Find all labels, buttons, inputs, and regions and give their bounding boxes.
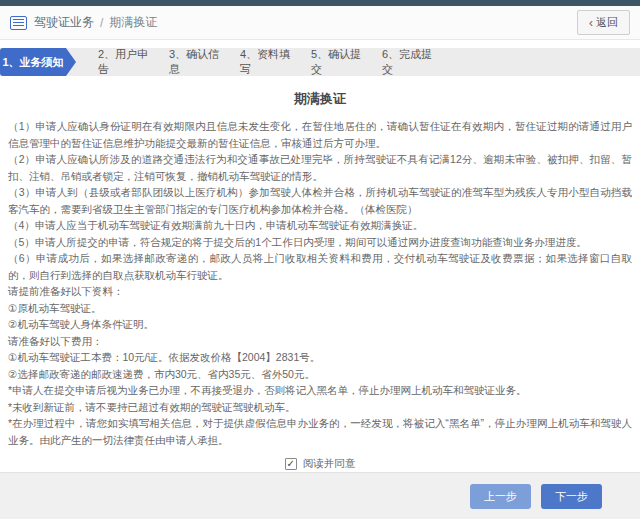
menu-list-icon (10, 16, 27, 30)
notice-paragraph: ①机动车驾驶证工本费：10元/证。依据发改价格【2004】2831号。 (8, 349, 632, 366)
breadcrumb-section: 驾驶证业务 (34, 14, 94, 31)
breadcrumb-page: 期满换证 (109, 14, 157, 31)
notice-paragraph: *未收到新证前，请不要持已超过有效期的驾驶证驾驶机动车。 (8, 399, 632, 416)
page-header: 驾驶证业务 / 期满换证 ‹ 返回 (0, 6, 640, 40)
step-5-confirm-submit: 5、确认提交 (297, 48, 368, 76)
notice-paragraph: （4）申请人应当于机动车驾驶证有效期满前九十日内，申请机动车驾驶证有效期满换证。 (8, 217, 632, 234)
notice-paragraph: （6）申请成功后，如果选择邮政寄递的，邮政人员将上门收取相关资料和费用，交付机动… (8, 250, 632, 283)
notice-paragraph: ②机动车驾驶人身体条件证明。 (8, 316, 632, 333)
step-label: 1、业务须知 (2, 55, 63, 70)
breadcrumb: 驾驶证业务 / 期满换证 (34, 14, 157, 31)
page-title: 期满换证 (8, 90, 632, 108)
notice-paragraph: ②选择邮政寄递的邮政速递费，市内30元、省内35元、省外50元。 (8, 366, 632, 383)
check-icon: ✓ (287, 459, 295, 469)
step-4-fill-data: 4、资料填写 (226, 48, 297, 76)
notice-paragraph: （2）申请人应确认所涉及的道路交通违法行为和交通事故已处理完毕，所持驾驶证不具有… (8, 151, 632, 184)
back-arrow-icon: ‹ (589, 17, 593, 29)
notice-paragraph: ①原机动车驾驶证。 (8, 300, 632, 317)
agree-label: 阅读并同意 (303, 457, 356, 471)
wizard-step-bar: 1、业务须知 2、用户申告 3、确认信息 4、资料填写 5、确认提交 6、完成提… (0, 48, 640, 76)
wizard-footer: 上一步 下一步 (0, 472, 640, 519)
back-button-label: 返回 (596, 15, 618, 30)
step-1-business-notice: 1、业务须知 (0, 48, 66, 76)
step-label: 3、确认信息 (169, 47, 226, 77)
notice-paragraph: *在办理过程中，请您如实填写相关信息，对于提供虚假信息申办业务的，一经发现，将被… (8, 415, 632, 448)
notice-paragraph: （3）申请人到（县级或者部队团级以上医疗机构）参加驾驶人体检并合格，所持机动车驾… (8, 184, 632, 217)
step-2-user-declaration: 2、用户申告 (84, 48, 155, 76)
notice-paragraph: *申请人在提交申请后视为业务已办理，不再接受退办，否则将记入黑名单，停止办理网上… (8, 382, 632, 399)
previous-step-button[interactable]: 上一步 (470, 484, 531, 509)
notice-paragraph: 请准备好以下费用： (8, 333, 632, 350)
notice-content: 期满换证 （1）申请人应确认身份证明在有效期限内且信息未发生变化，在暂住地居住的… (0, 76, 640, 472)
step-label: 2、用户申告 (98, 47, 155, 77)
active-step-arrow (66, 48, 76, 76)
step-label: 5、确认提交 (311, 47, 368, 77)
back-button[interactable]: ‹ 返回 (577, 10, 630, 35)
step-label: 4、资料填写 (240, 47, 297, 77)
license-renewal-wizard: 驾驶证业务 / 期满换证 ‹ 返回 1、业务须知 2、用户申告 3、确认信息 4… (0, 0, 640, 519)
agree-row: ✓ 阅读并同意 (8, 457, 632, 471)
notice-paragraph: （1）申请人应确认身份证明在有效期限内且信息未发生变化，在暂住地居住的，请确认暂… (8, 118, 632, 151)
step-6-complete-submit: 6、完成提交 (368, 48, 439, 76)
step-label: 6、完成提交 (382, 47, 439, 77)
agree-checkbox[interactable]: ✓ (285, 458, 297, 470)
breadcrumb-separator: / (100, 16, 103, 30)
notice-paragraph: （5）申请人所提交的申请，符合规定的将于提交后的1个工作日内受理，期间可以通过网… (8, 234, 632, 251)
next-step-button[interactable]: 下一步 (541, 484, 602, 509)
notice-paragraph: 请提前准备好以下资料： (8, 283, 632, 300)
step-3-confirm-info: 3、确认信息 (155, 48, 226, 76)
